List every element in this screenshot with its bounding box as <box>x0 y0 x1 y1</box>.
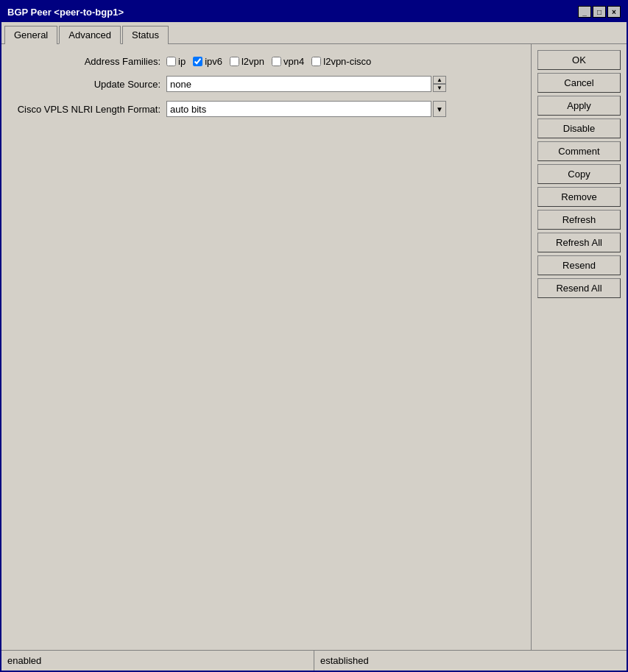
checkbox-vpn4[interactable] <box>272 57 281 66</box>
tab-general[interactable]: General <box>4 26 57 44</box>
checkbox-l2vpn[interactable] <box>230 57 239 66</box>
checkbox-l2vpn-cisco[interactable] <box>311 57 321 66</box>
address-families-checkboxes: ip ipv6 l2vpn vpn4 <box>166 56 371 67</box>
resend-button[interactable]: Resend <box>537 255 621 275</box>
title-bar-controls: _ □ × <box>578 6 621 18</box>
sidebar: OK Cancel Apply Disable Comment Copy <box>531 44 627 650</box>
tab-advanced[interactable]: Advanced <box>59 26 121 44</box>
checkbox-l2vpn-item[interactable]: l2vpn <box>230 56 264 67</box>
cisco-vpls-label: Cisco VPLS NLRI Length Format: <box>13 104 160 115</box>
close-button[interactable]: × <box>607 6 621 18</box>
update-source-down[interactable]: ▼ <box>433 84 446 92</box>
title-bar: BGP Peer <peer-to-bgp1> _ □ × <box>1 1 627 22</box>
tabs-and-content: General Advanced Status Address Families… <box>1 22 627 650</box>
checkbox-vpn4-item[interactable]: vpn4 <box>272 56 304 67</box>
maximize-button[interactable]: □ <box>593 6 606 18</box>
update-source-scroll: ▲ ▼ <box>433 76 446 92</box>
refresh-button[interactable]: Refresh <box>537 210 621 230</box>
checkbox-ipv6[interactable] <box>193 57 202 66</box>
ok-button[interactable]: OK <box>537 50 621 70</box>
minimize-button[interactable]: _ <box>578 6 591 18</box>
window-title: BGP Peer <peer-to-bgp1> <box>7 7 124 18</box>
tab-bar: General Advanced Status <box>1 22 627 43</box>
checkbox-ip-item[interactable]: ip <box>166 56 186 67</box>
cancel-button[interactable]: Cancel <box>537 73 621 93</box>
content-panel: Address Families: ip ipv6 l2vpn <box>1 44 531 650</box>
update-source-row: Update Source: none ▲ ▼ <box>13 76 519 92</box>
refresh-all-button[interactable]: Refresh All <box>537 233 621 252</box>
remove-button[interactable]: Remove <box>537 187 621 207</box>
resend-all-button[interactable]: Resend All <box>537 278 621 298</box>
comment-button[interactable]: Comment <box>537 141 621 161</box>
checkbox-ip[interactable] <box>166 57 176 66</box>
update-source-select[interactable]: none <box>166 76 431 92</box>
address-families-label: Address Families: <box>13 56 160 67</box>
checkbox-ipv6-item[interactable]: ipv6 <box>193 56 222 67</box>
update-source-label: Update Source: <box>13 79 160 90</box>
cisco-vpls-wrapper: auto bits ▼ <box>166 101 446 117</box>
status-right: established <box>314 651 627 671</box>
apply-button[interactable]: Apply <box>537 96 621 116</box>
cisco-vpls-row: Cisco VPLS NLRI Length Format: auto bits… <box>13 101 519 117</box>
cisco-vpls-select[interactable]: auto bits <box>166 101 431 117</box>
main-area: Address Families: ip ipv6 l2vpn <box>1 43 627 650</box>
update-source-up[interactable]: ▲ <box>433 76 446 84</box>
status-bar: enabled established <box>1 650 627 671</box>
checkbox-l2vpn-cisco-item[interactable]: l2vpn-cisco <box>311 56 371 67</box>
tab-status[interactable]: Status <box>122 26 169 44</box>
bgp-peer-window: BGP Peer <peer-to-bgp1> _ □ × General Ad… <box>0 0 628 672</box>
disable-button[interactable]: Disable <box>537 119 621 138</box>
status-left: enabled <box>1 651 314 671</box>
copy-button[interactable]: Copy <box>537 164 621 184</box>
cisco-vpls-dropdown[interactable]: ▼ <box>433 101 446 117</box>
address-families-row: Address Families: ip ipv6 l2vpn <box>13 56 519 67</box>
update-source-wrapper: none ▲ ▼ <box>166 76 446 92</box>
